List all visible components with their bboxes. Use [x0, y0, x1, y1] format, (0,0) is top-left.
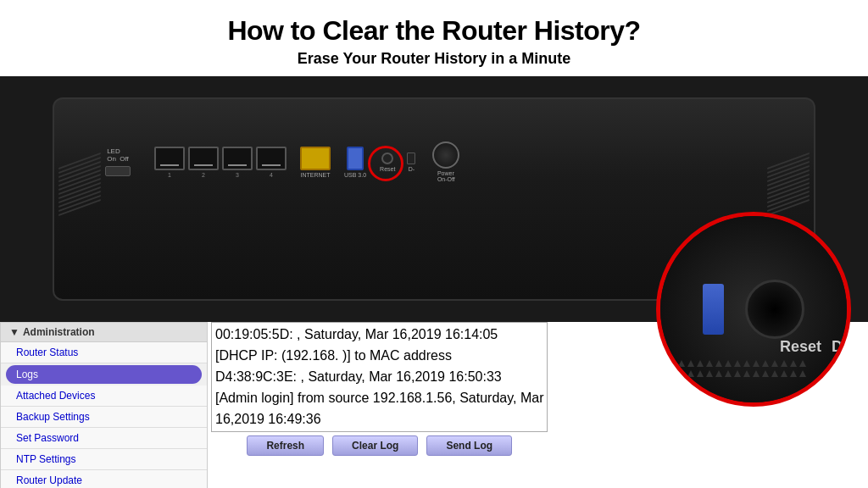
- eth-port-4: [256, 147, 287, 170]
- usb-label: USB 3.0: [344, 172, 366, 178]
- internet-port-section: INTERNET: [300, 147, 331, 178]
- reset-label: Reset: [380, 166, 395, 172]
- log-line-0: 00:19:05:5D: , Saturday, Mar 16,2019 16:…: [215, 324, 543, 345]
- internet-port: [300, 147, 331, 170]
- log-line-3: [Admin login] from source 192.168.1.56, …: [215, 388, 543, 408]
- log-line-1: [DHCP IP: (192.168. )] to MAC address: [215, 346, 543, 366]
- eth-port-1: [154, 147, 185, 170]
- log-area: 00:19:05:5D: , Saturday, Mar 16,2019 16:…: [211, 322, 548, 488]
- log-line-4: 16,2019 16:49:36: [215, 409, 543, 430]
- nav-panel: ▼ Administration Router Status Logs Atta…: [0, 322, 208, 488]
- page-subtitle: Erase Your Router History in a Minute: [0, 50, 868, 68]
- reset-zoom-inner: Reset D: [660, 216, 847, 402]
- log-scroll-area[interactable]: 00:19:05:5D: , Saturday, Mar 16,2019 16:…: [211, 322, 548, 432]
- refresh-button[interactable]: Refresh: [247, 435, 324, 456]
- internet-label: INTERNET: [301, 172, 331, 178]
- log-buttons: Refresh Clear Log Send Log: [211, 435, 548, 456]
- arrow-down-icon: ▼: [9, 326, 19, 338]
- power-label: PowerOn-Off: [437, 170, 455, 182]
- nav-item-logs[interactable]: Logs: [6, 365, 202, 384]
- usb-section: USB 3.0: [344, 147, 366, 178]
- led-section: LEDOn Off: [105, 147, 131, 176]
- log-line-2: D4:38:9C:3E: , Saturday, Mar 16,2019 16:…: [215, 367, 543, 387]
- router-ports: LEDOn Off 1 2 3 4: [105, 141, 763, 182]
- reset-zoom-label: Reset: [780, 338, 821, 356]
- nav-item-router-update[interactable]: Router Update: [1, 470, 207, 488]
- reset-hole-zoom: [745, 280, 804, 339]
- reset-section: Reset: [380, 152, 395, 172]
- vent-pattern-zoom: [669, 360, 838, 394]
- eth-port-2: [188, 147, 219, 170]
- page-title: How to Clear the Router History?: [0, 15, 868, 47]
- nav-item-ntp-settings[interactable]: NTP Settings: [1, 449, 207, 470]
- send-log-button[interactable]: Send Log: [426, 435, 512, 456]
- nav-item-router-status[interactable]: Router Status: [1, 342, 207, 363]
- clear-log-button[interactable]: Clear Log: [332, 435, 418, 456]
- led-label: LEDOn Off: [107, 147, 129, 163]
- admin-section-header: ▼ Administration: [1, 323, 207, 342]
- eth-ports: 1 2 3 4: [154, 147, 287, 178]
- power-button: [432, 141, 459, 169]
- d-port: [407, 152, 415, 164]
- log-line-5: [DHCP IP: (192.168. )] to MAC address: [215, 430, 543, 432]
- d-label: D-: [409, 166, 415, 172]
- eth-port-3: [222, 147, 253, 170]
- usb-port: [347, 147, 364, 170]
- usb-plug-zoom: [703, 284, 724, 335]
- d-zoom-label: D: [832, 338, 843, 356]
- page-header: How to Clear the Router History? Erase Y…: [0, 0, 868, 76]
- power-section: PowerOn-Off: [432, 141, 459, 182]
- nav-item-set-password[interactable]: Set Password: [1, 428, 207, 449]
- nav-item-attached-devices[interactable]: Attached Devices: [1, 385, 207, 407]
- nav-item-backup-settings[interactable]: Backup Settings: [1, 407, 207, 428]
- vent-left: [58, 125, 101, 243]
- led-switch: [105, 166, 131, 176]
- reset-port: [381, 152, 393, 164]
- reset-zoom-circle: Reset D: [656, 212, 851, 407]
- d-minus-section: D-: [407, 152, 415, 172]
